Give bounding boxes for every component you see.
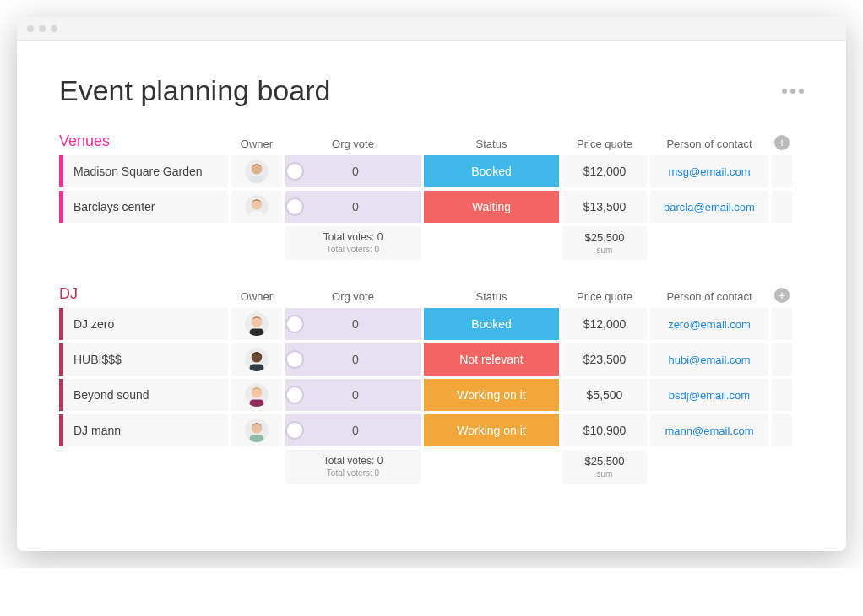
add-column-button[interactable]: + bbox=[774, 288, 790, 303]
contact-cell[interactable]: zero@email.com bbox=[650, 308, 768, 340]
org-vote-cell[interactable]: 0 bbox=[285, 414, 421, 446]
price-summary: $25,500 sum bbox=[562, 226, 647, 260]
owner-cell[interactable] bbox=[231, 343, 282, 376]
status-cell[interactable]: Working on it bbox=[424, 414, 559, 446]
contact-cell[interactable]: barcla@email.com bbox=[650, 191, 768, 223]
price-cell[interactable]: $23,500 bbox=[562, 343, 647, 376]
row-name-cell[interactable]: Barclays center bbox=[63, 191, 228, 223]
price-cell[interactable]: $10,900 bbox=[562, 414, 647, 446]
contact-cell[interactable]: mann@email.com bbox=[650, 414, 768, 446]
org-vote-cell[interactable]: 0 bbox=[285, 308, 421, 340]
group-title[interactable]: DJ bbox=[59, 285, 228, 303]
avatar-icon bbox=[245, 312, 269, 336]
vote-circle-icon[interactable] bbox=[285, 350, 304, 369]
avatar-icon bbox=[245, 159, 269, 183]
group-summary-row: Total votes: 0 Total voters: 0 $25,500 s… bbox=[59, 450, 804, 484]
vote-count: 0 bbox=[314, 353, 421, 366]
vote-circle-icon[interactable] bbox=[285, 386, 304, 404]
column-header-org-vote: Org vote bbox=[285, 290, 421, 303]
vote-summary: Total votes: 0 Total voters: 0 bbox=[285, 450, 421, 484]
owner-cell[interactable] bbox=[231, 379, 282, 411]
table-row[interactable]: HUBI$$$ 0 Not relevant $23,500 hubi@emai… bbox=[59, 343, 804, 376]
row-name-cell[interactable]: Madison Square Garden bbox=[63, 155, 228, 187]
column-header-owner: Owner bbox=[231, 290, 282, 303]
table-row[interactable]: Barclays center 0 Waiting $13,500 barcla… bbox=[59, 191, 804, 223]
table-row[interactable]: Madison Square Garden 0 Booked $12,000 m… bbox=[59, 155, 804, 187]
row-trailing-cell bbox=[772, 155, 792, 187]
row-name-cell[interactable]: DJ zero bbox=[63, 308, 228, 340]
column-header-price-quote: Price quote bbox=[562, 290, 647, 303]
avatar-icon bbox=[245, 419, 269, 442]
svg-rect-4 bbox=[250, 212, 264, 219]
avatar-icon bbox=[245, 348, 269, 371]
row-trailing-cell bbox=[772, 343, 792, 376]
contact-cell[interactable]: hubi@email.com bbox=[650, 343, 768, 376]
svg-rect-13 bbox=[250, 400, 264, 407]
svg-point-14 bbox=[252, 387, 263, 398]
price-cell[interactable]: $12,000 bbox=[562, 308, 647, 340]
svg-point-2 bbox=[252, 164, 263, 175]
page-title: Event planning board bbox=[59, 74, 330, 107]
vote-count: 0 bbox=[314, 388, 421, 402]
row-trailing-cell bbox=[772, 308, 792, 340]
row-trailing-cell bbox=[772, 191, 792, 223]
vote-count: 0 bbox=[314, 165, 421, 178]
window-control-dot bbox=[39, 25, 46, 32]
vote-count: 0 bbox=[314, 424, 421, 437]
vote-circle-icon[interactable] bbox=[285, 197, 304, 216]
app-window: Event planning board Venues Owner Org vo… bbox=[17, 17, 846, 551]
price-cell[interactable]: $12,000 bbox=[562, 155, 647, 187]
row-trailing-cell bbox=[772, 379, 792, 411]
org-vote-cell[interactable]: 0 bbox=[285, 343, 421, 376]
org-vote-cell[interactable]: 0 bbox=[285, 191, 421, 223]
add-column-button[interactable]: + bbox=[774, 135, 790, 150]
status-cell[interactable]: Booked bbox=[424, 308, 559, 340]
status-cell[interactable]: Booked bbox=[424, 155, 559, 187]
owner-cell[interactable] bbox=[231, 191, 282, 223]
contact-cell[interactable]: bsdj@email.com bbox=[650, 379, 768, 411]
status-cell[interactable]: Not relevant bbox=[424, 343, 559, 376]
column-header-org-vote: Org vote bbox=[285, 138, 421, 150]
column-header-status: Status bbox=[424, 138, 559, 150]
contact-cell[interactable]: msg@email.com bbox=[650, 155, 768, 187]
price-cell[interactable]: $5,500 bbox=[562, 379, 647, 411]
column-header-person-of-contact: Person of contact bbox=[650, 290, 768, 303]
svg-rect-1 bbox=[250, 176, 264, 183]
more-menu-button[interactable] bbox=[782, 89, 804, 94]
table-row[interactable]: DJ mann 0 Working on it $10,900 mann@ema… bbox=[59, 414, 804, 446]
vote-summary: Total votes: 0 Total voters: 0 bbox=[285, 226, 421, 260]
svg-point-5 bbox=[252, 199, 263, 210]
svg-point-17 bbox=[252, 423, 263, 434]
status-cell[interactable]: Working on it bbox=[424, 379, 559, 411]
avatar-icon bbox=[245, 195, 269, 219]
svg-rect-10 bbox=[250, 365, 264, 371]
window-titlebar bbox=[17, 17, 846, 41]
avatar-icon bbox=[245, 383, 269, 407]
status-cell[interactable]: Waiting bbox=[424, 191, 559, 223]
column-header-status: Status bbox=[424, 290, 559, 303]
vote-circle-icon[interactable] bbox=[285, 162, 304, 181]
table-row[interactable]: DJ zero 0 Booked $12,000 zero@email.com bbox=[59, 308, 804, 340]
group-dj: DJ Owner Org vote Status Price quote Per… bbox=[59, 285, 804, 484]
row-name-cell[interactable]: Beyond sound bbox=[63, 379, 228, 411]
column-header-price-quote: Price quote bbox=[562, 138, 647, 150]
vote-circle-icon[interactable] bbox=[285, 315, 304, 333]
org-vote-cell[interactable]: 0 bbox=[285, 155, 421, 187]
group-title[interactable]: Venues bbox=[59, 132, 228, 150]
price-summary: $25,500 sum bbox=[562, 450, 647, 484]
price-cell[interactable]: $13,500 bbox=[562, 191, 647, 223]
owner-cell[interactable] bbox=[231, 308, 282, 340]
vote-circle-icon[interactable] bbox=[285, 421, 304, 440]
row-name-cell[interactable]: DJ mann bbox=[63, 414, 228, 446]
table-row[interactable]: Beyond sound 0 Working on it $5,500 bsdj… bbox=[59, 379, 804, 411]
vote-count: 0 bbox=[314, 200, 421, 213]
owner-cell[interactable] bbox=[231, 414, 282, 446]
column-header-owner: Owner bbox=[231, 138, 282, 150]
owner-cell[interactable] bbox=[231, 155, 282, 187]
svg-point-11 bbox=[252, 352, 263, 363]
org-vote-cell[interactable]: 0 bbox=[285, 379, 421, 411]
window-control-dot bbox=[51, 25, 57, 32]
board-content: Event planning board Venues Owner Org vo… bbox=[17, 41, 846, 551]
row-name-cell[interactable]: HUBI$$$ bbox=[63, 343, 228, 376]
svg-rect-16 bbox=[250, 435, 264, 442]
